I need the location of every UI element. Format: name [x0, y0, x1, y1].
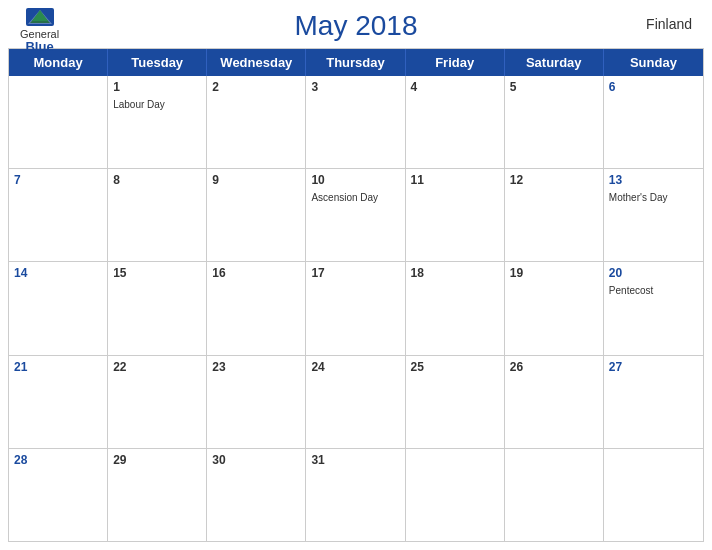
calendar: MondayTuesdayWednesdayThursdayFridaySatu… — [8, 48, 704, 542]
day-number: 28 — [14, 453, 102, 469]
day-cell: 14 — [9, 262, 108, 354]
day-number: 27 — [609, 360, 698, 376]
day-cell: 26 — [505, 356, 604, 448]
event-label: Ascension Day — [311, 191, 399, 204]
day-cell: 17 — [306, 262, 405, 354]
day-cell: 29 — [108, 449, 207, 541]
week-row-3: 14151617181920Pentecost — [9, 262, 703, 355]
day-number: 6 — [609, 80, 698, 96]
day-header-thursday: Thursday — [306, 49, 405, 76]
day-cell: 5 — [505, 76, 604, 168]
day-number: 10 — [311, 173, 399, 189]
logo-blue: Blue — [25, 40, 53, 54]
day-cell — [9, 76, 108, 168]
day-number: 3 — [311, 80, 399, 96]
day-cell: 27 — [604, 356, 703, 448]
week-row-2: 78910Ascension Day111213Mother's Day — [9, 169, 703, 262]
event-label: Pentecost — [609, 284, 698, 297]
day-cell: 11 — [406, 169, 505, 261]
day-number: 18 — [411, 266, 499, 282]
day-cell: 20Pentecost — [604, 262, 703, 354]
day-cell: 19 — [505, 262, 604, 354]
event-label: Mother's Day — [609, 191, 698, 204]
day-cell: 12 — [505, 169, 604, 261]
day-header-friday: Friday — [406, 49, 505, 76]
day-number: 19 — [510, 266, 598, 282]
calendar-body: 1Labour Day2345678910Ascension Day111213… — [9, 76, 703, 541]
day-number: 13 — [609, 173, 698, 189]
day-number: 8 — [113, 173, 201, 189]
page-header: General Blue May 2018 Finland — [0, 0, 712, 48]
days-header: MondayTuesdayWednesdayThursdayFridaySatu… — [9, 49, 703, 76]
day-number: 15 — [113, 266, 201, 282]
day-number: 21 — [14, 360, 102, 376]
day-cell: 21 — [9, 356, 108, 448]
day-cell: 9 — [207, 169, 306, 261]
day-number: 26 — [510, 360, 598, 376]
day-cell: 23 — [207, 356, 306, 448]
day-header-saturday: Saturday — [505, 49, 604, 76]
day-cell: 28 — [9, 449, 108, 541]
day-number: 9 — [212, 173, 300, 189]
page-title: May 2018 — [295, 10, 418, 42]
day-number: 31 — [311, 453, 399, 469]
day-number: 22 — [113, 360, 201, 376]
day-header-wednesday: Wednesday — [207, 49, 306, 76]
logo: General Blue — [20, 8, 59, 54]
day-number: 24 — [311, 360, 399, 376]
day-cell: 4 — [406, 76, 505, 168]
day-number: 23 — [212, 360, 300, 376]
day-cell: 13Mother's Day — [604, 169, 703, 261]
week-row-5: 28293031 — [9, 449, 703, 541]
day-cell: 10Ascension Day — [306, 169, 405, 261]
day-header-tuesday: Tuesday — [108, 49, 207, 76]
day-cell: 8 — [108, 169, 207, 261]
day-number: 2 — [212, 80, 300, 96]
day-cell: 18 — [406, 262, 505, 354]
day-cell: 2 — [207, 76, 306, 168]
logo-icon — [26, 8, 54, 26]
day-number: 4 — [411, 80, 499, 96]
day-number: 25 — [411, 360, 499, 376]
day-number: 29 — [113, 453, 201, 469]
day-cell: 7 — [9, 169, 108, 261]
day-cell — [406, 449, 505, 541]
event-label: Labour Day — [113, 98, 201, 111]
day-number: 11 — [411, 173, 499, 189]
day-number: 5 — [510, 80, 598, 96]
day-number: 30 — [212, 453, 300, 469]
day-cell: 16 — [207, 262, 306, 354]
day-header-sunday: Sunday — [604, 49, 703, 76]
day-cell: 25 — [406, 356, 505, 448]
week-row-4: 21222324252627 — [9, 356, 703, 449]
day-cell: 6 — [604, 76, 703, 168]
day-cell: 24 — [306, 356, 405, 448]
day-number: 16 — [212, 266, 300, 282]
day-cell — [604, 449, 703, 541]
day-cell — [505, 449, 604, 541]
day-cell: 30 — [207, 449, 306, 541]
day-cell: 3 — [306, 76, 405, 168]
day-cell: 31 — [306, 449, 405, 541]
day-number: 20 — [609, 266, 698, 282]
day-cell: 1Labour Day — [108, 76, 207, 168]
day-cell: 15 — [108, 262, 207, 354]
calendar-page: General Blue May 2018 Finland MondayTues… — [0, 0, 712, 550]
day-number: 14 — [14, 266, 102, 282]
country-label: Finland — [646, 16, 692, 32]
day-number: 1 — [113, 80, 201, 96]
day-number: 7 — [14, 173, 102, 189]
day-cell: 22 — [108, 356, 207, 448]
week-row-1: 1Labour Day23456 — [9, 76, 703, 169]
day-number: 12 — [510, 173, 598, 189]
day-number: 17 — [311, 266, 399, 282]
